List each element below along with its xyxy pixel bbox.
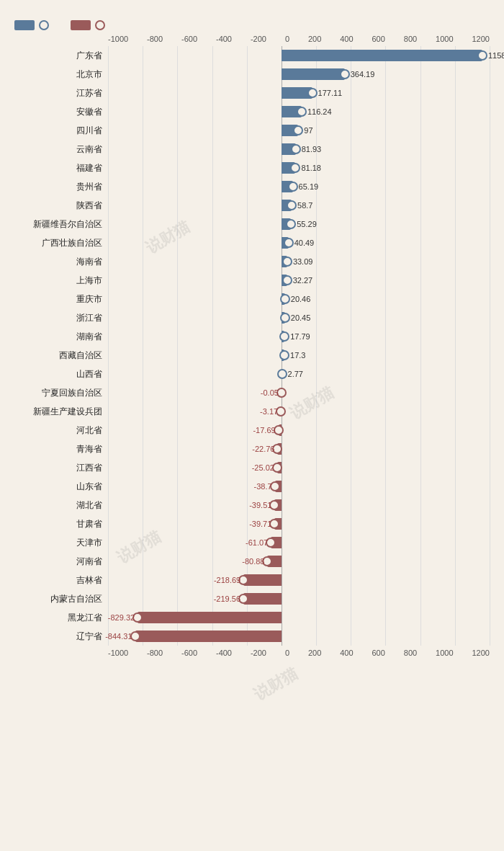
row-label: 贵州省 [14,182,108,192]
row-label: 浙江省 [14,313,108,324]
bar-value-label: -17.69 [253,426,275,435]
bar-value-label: 32.27 [293,276,313,285]
row-label: 海南省 [14,257,108,267]
positive-bar [282,50,482,61]
row-label: 山东省 [14,481,108,492]
positive-bar [282,68,345,80]
axis-tick: -1000 [108,35,128,43]
legend-expense-circle [95,20,105,30]
bar-value-label: 97 [304,126,312,135]
axis-tick: 600 [372,649,384,657]
row-label: 四川省 [14,125,108,136]
axis-tick: 200 [308,35,321,43]
bar-value-label: 177.11 [318,89,343,97]
bar-value-label: -0.05 [261,388,279,397]
row-bar-area: -22.76 [108,440,490,458]
axis-tick: -200 [251,649,266,657]
axis-tick: -600 [181,35,197,43]
chart-row: 青海省-22.76 [14,440,490,458]
row-bar-area: 32.27 [108,271,490,290]
row-label: 湖北省 [14,500,108,511]
chart-row: 湖北省-39.51 [14,496,490,514]
grid-line [490,46,490,646]
bar-value-label: 65.19 [299,182,319,191]
bar-dot [279,331,289,342]
row-label: 内蒙古自治区 [14,594,108,605]
row-bar-area: 33.09 [108,252,490,271]
row-label: 甘肃省 [14,519,108,530]
bar-dot [282,275,292,285]
row-bar-area: -0.05 [108,383,490,402]
axis-tick: -800 [147,35,163,43]
row-bar-area: -3.17 [108,402,490,421]
row-bar-area: -80.88 [108,552,490,571]
bar-value-label: 364.19 [351,70,375,79]
chart-row: 内蒙古自治区-219.56 [14,589,490,608]
bar-value-label: -22.76 [252,445,274,453]
chart-row: 黑龙江省-829.32 [14,608,490,627]
chart-row: 贵州省65.19 [14,177,490,196]
axis-tick: 600 [372,35,384,43]
axis-tick: 1000 [436,649,453,657]
chart-row: 广东省1158.14 [14,46,490,65]
negative-bar [243,593,282,605]
bar-value-label: 20.46 [291,295,311,303]
axis-tick: 800 [404,649,417,657]
row-bar-area: 81.93 [108,140,490,159]
axis-tick: -800 [147,649,163,657]
row-label: 宁夏回族自治区 [14,388,108,398]
row-bar-area: -61.07 [108,533,490,552]
chart-row: 西藏自治区17.3 [14,346,490,365]
row-bar-area: 2.77 [108,365,490,383]
bar-value-label: 1158.14 [488,51,504,60]
chart-row: 重庆市20.46 [14,290,490,308]
bar-value-label: 17.79 [290,332,310,341]
row-bar-area: 1158.14 [108,46,490,65]
row-bar-area: -25.02 [108,458,490,477]
row-bar-area: 55.29 [108,215,490,233]
row-label: 湖南省 [14,331,108,342]
bar-dot [286,219,296,229]
chart-row: 河南省-80.88 [14,552,490,571]
bar-value-label: -3.17 [260,407,278,416]
row-label: 河北省 [14,425,108,436]
bar-value-label: 55.29 [297,220,317,228]
bar-dot [307,88,318,98]
bar-dot [288,182,298,192]
row-bar-area: 17.3 [108,346,490,365]
bar-dot [280,313,290,323]
bar-dot [279,350,289,360]
bar-value-label: -844.31 [105,632,132,641]
row-bar-area: 81.18 [108,159,490,177]
row-label: 西藏自治区 [14,350,108,361]
legend [14,20,490,30]
row-label: 上海市 [14,275,108,286]
row-bar-area: -219.56 [108,589,490,608]
legend-income-circle [39,20,49,30]
bar-dot [291,144,301,154]
chart-row: 江西省-25.02 [14,458,490,477]
row-bar-area: -39.71 [108,514,490,533]
chart-row: 山西省2.77 [14,365,490,383]
row-bar-area: 58.7 [108,196,490,215]
bar-value-label: 20.45 [291,313,311,322]
axis-tick: -400 [216,35,232,43]
row-label: 福建省 [14,163,108,174]
chart-row: 陕西省58.7 [14,196,490,215]
row-label: 北京市 [14,69,108,80]
chart-row: 新疆维吾尔自治区55.29 [14,215,490,233]
legend-income-color [14,20,35,30]
row-label: 天津市 [14,538,108,548]
row-bar-area: -38.7 [108,477,490,496]
chart-row: 北京市364.19 [14,65,490,84]
watermark: 说财猫 [250,663,302,705]
chart-row: 辽宁省-844.31 [14,627,490,646]
axis-tick: 1200 [472,35,489,43]
chart-row: 四川省97 [14,121,490,140]
chart-row: 安徽省116.24 [14,102,490,121]
row-bar-area: 20.46 [108,290,490,308]
row-label: 江苏省 [14,88,108,99]
row-bar-area: -17.69 [108,421,490,440]
bar-value-label: -39.71 [249,520,271,528]
chart-row: 云南省81.93 [14,140,490,159]
